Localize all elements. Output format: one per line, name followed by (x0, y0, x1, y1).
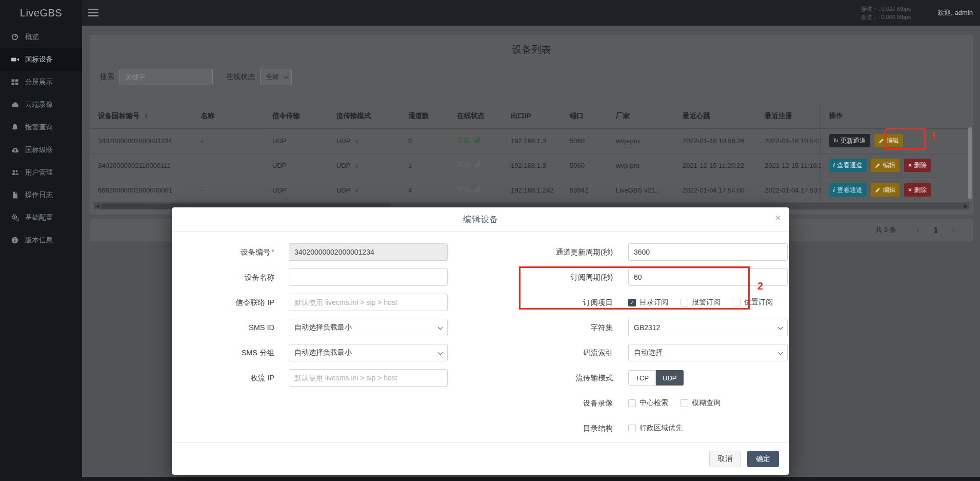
col-channels[interactable]: 通道数 ▲▼ (400, 104, 449, 128)
sort-icon[interactable]: ▲▼ (715, 113, 719, 119)
scroll-right-icon[interactable]: ▶ (962, 203, 969, 209)
close-icon[interactable]: × (775, 212, 781, 223)
catalog-subscribe-checkbox[interactable]: ✓ 目录订阅 (628, 298, 668, 307)
sidebar-item-gb-devices[interactable]: 国标设备 (0, 48, 82, 71)
view-channels-button[interactable]: i查看通道 (829, 183, 867, 197)
sort-icon[interactable]: ▲▼ (797, 113, 801, 119)
page-title: 设备列表 (90, 43, 973, 56)
col-actions: 操作 (821, 104, 973, 128)
col-device-id[interactable]: 设备国标编号 ▲▼ (90, 104, 192, 128)
edit-pencil-icon (875, 163, 881, 168)
admin-region-priority-checkbox[interactable]: 行政区域优先 (628, 424, 683, 433)
sidebar-item-basic-config[interactable]: 基础配置 (0, 206, 82, 229)
online-status-label: 在线状态 (226, 72, 255, 82)
sort-icon[interactable]: ▲▼ (145, 113, 148, 119)
topbar: LiveGBS 接收 ↑ : 0.027 Mbps 发送 ↓ : 0.006 M… (0, 0, 980, 26)
sidebar-item-version-info[interactable]: 版本信息 (0, 229, 82, 252)
sms-id-label: SMS ID (172, 323, 274, 332)
udp-option[interactable]: UDP (656, 370, 684, 386)
device-name-field[interactable] (289, 268, 448, 286)
search-input[interactable] (119, 69, 213, 85)
gears-icon (10, 214, 19, 222)
col-stream-mode: 流传输模式 (328, 104, 400, 128)
device-list-panel: 设备列表 搜索 在线状态 全部 设备国标编号 ▲▼ 名称 信令传输 流传输模式 … (90, 35, 973, 215)
edit-device-button[interactable]: 编辑 (871, 183, 899, 197)
next-page-icon[interactable]: › (945, 225, 962, 235)
page-number[interactable]: 1 (927, 226, 945, 234)
cell-heartbeat: 2022-01-18 10:58:26 (674, 128, 756, 153)
cell-status: 离线 (449, 178, 503, 202)
col-registered[interactable]: 最近注册 ▲▼ (756, 104, 821, 128)
fuzzy-query-checkbox[interactable]: 模糊查询 (681, 398, 721, 408)
sip-ip-field[interactable] (289, 294, 448, 311)
col-heartbeat[interactable]: 最近心跳 ▲▼ (674, 104, 756, 128)
delete-device-button[interactable]: ×删除 (904, 159, 931, 172)
dir-structure-label: 目录结构 (464, 424, 613, 433)
center-search-checkbox[interactable]: 中心检索 (628, 398, 668, 408)
stream-index-select[interactable]: 自动选择 (628, 344, 788, 361)
form-column-left: 设备编号* 设备名称 信令联络 IP SMS ID 自动选择负载最小 SMS 分… (172, 243, 464, 445)
network-stats: 接收 ↑ : 0.027 Mbps 发送 ↓ : 0.006 Mbps (861, 5, 911, 21)
users-icon (10, 168, 19, 177)
edit-pencil-icon (878, 138, 884, 144)
edit-device-button[interactable]: 编辑 (871, 159, 899, 172)
col-transport: 信令传输 (264, 104, 328, 128)
cell-stream-mode[interactable]: UDP∨ (328, 128, 400, 153)
cell-port: 53942 (562, 178, 608, 202)
delete-device-button[interactable]: ×删除 (904, 183, 931, 197)
col-vendor: 厂家 (608, 104, 674, 128)
welcome-user[interactable]: 欢迎, admin (937, 0, 973, 26)
sidebar-item-split-screen[interactable]: 分屏展示 (0, 71, 82, 93)
cell-vendor: wvp-pro (608, 128, 674, 153)
sidebar-item-overview[interactable]: 概览 (0, 26, 82, 48)
alarm-subscribe-checkbox[interactable]: 报警订阅 (681, 298, 721, 307)
view-channels-button[interactable]: i查看通道 (829, 159, 867, 172)
channel-refresh-field[interactable] (628, 243, 788, 261)
tcp-option[interactable]: TCP (628, 370, 656, 386)
sms-id-select[interactable]: 自动选择负载最小 (289, 319, 448, 336)
sidebar-item-operation-log[interactable]: 操作日志 (0, 184, 82, 206)
recv-ip-field[interactable] (289, 369, 448, 387)
traffic-chart-icon (474, 186, 479, 192)
subscribe-period-field[interactable] (628, 268, 788, 286)
confirm-button[interactable]: 确定 (747, 451, 779, 467)
chevron-down-icon (284, 74, 289, 79)
sort-icon[interactable]: ▲▼ (434, 113, 437, 119)
chevron-down-icon (778, 350, 783, 355)
cell-stream-mode[interactable]: UDP∨ (328, 153, 400, 178)
modal-title: 编辑设备 (463, 214, 498, 225)
sidebar-item-user-management[interactable]: 用户管理 (0, 161, 82, 184)
device-id-field (289, 243, 448, 261)
prev-page-icon[interactable]: ‹ (910, 225, 927, 235)
online-status-select[interactable]: 全部 (260, 69, 292, 85)
cell-registered: 2021-12-15 11:16:22 (756, 153, 821, 178)
cell-name: - (192, 153, 264, 178)
sidebar-item-alarm-query[interactable]: 报警查询 (0, 116, 82, 139)
vertical-scrollbar[interactable] (968, 127, 972, 199)
cell-status[interactable]: 在线 (449, 128, 503, 153)
charset-select[interactable]: GB2312 (628, 319, 788, 336)
device-id-label: 设备编号* (172, 247, 274, 257)
info-icon (10, 236, 19, 244)
sidebar-item-gb-cascade[interactable]: 国标级联 (0, 139, 82, 161)
cell-transport: UDP (264, 128, 328, 153)
required-asterisk: * (271, 248, 274, 256)
traffic-chart-icon[interactable] (474, 137, 479, 143)
sidebar-item-cloud-record[interactable]: 云端录像 (0, 93, 82, 116)
refresh-icon: ↻ (833, 138, 838, 144)
sms-group-select[interactable]: 自动选择负载最小 (289, 344, 448, 361)
grid-icon (10, 78, 19, 86)
device-name-label: 设备名称 (172, 273, 274, 282)
hamburger-menu-icon[interactable] (88, 9, 98, 17)
col-port: 端口 (562, 104, 608, 128)
cell-ip: 192.168.1.242 (503, 178, 562, 202)
cell-actions: i查看通道 编辑 ×删除 (821, 178, 973, 202)
cell-stream-mode[interactable]: UDP∨ (328, 178, 400, 202)
cell-actions: ↻更新通道 编辑 (821, 128, 973, 153)
position-subscribe-checkbox[interactable]: 位置订阅 (733, 298, 773, 307)
stream-index-label: 码流索引 (464, 348, 613, 358)
scroll-left-icon[interactable]: ◀ (94, 203, 101, 209)
edit-device-button[interactable]: 编辑 (874, 134, 903, 147)
cancel-button[interactable]: 取消 (709, 451, 741, 467)
refresh-channels-button[interactable]: ↻更新通道 (829, 134, 870, 147)
